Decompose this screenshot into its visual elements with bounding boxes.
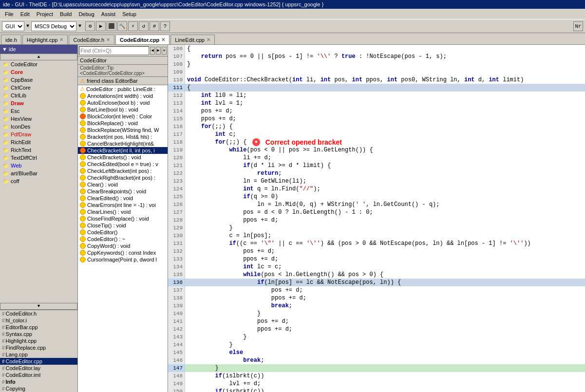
file-item-copying[interactable]: # Copying — [0, 385, 77, 392]
line-num-124: 124 — [168, 185, 185, 193]
sidebar-item-draw[interactable]: 📁 Draw — [0, 99, 77, 107]
debug-select[interactable]: MSC9 Debug — [31, 21, 76, 31]
tab-codeeditor-h[interactable]: CodeEditor.h ✕ — [69, 35, 114, 44]
tab-close-codeeditor-cpp[interactable]: ✕ — [161, 37, 165, 42]
file-item-codeeditor-h[interactable]: # CodeEditor.h — [0, 310, 77, 317]
file-item-codeeditor-cpp[interactable]: # CodeEditor.cpp — [0, 358, 77, 365]
sidebar-item-cppbase[interactable]: 📁 CppBase — [0, 76, 77, 84]
outline-item-clearerrors[interactable]: ClearErrors(int line = -1) : voi — [78, 202, 168, 208]
folder-icon: 📁 — [2, 178, 10, 185]
file-item-syntax[interactable]: # Syntax.cpp — [0, 331, 77, 337]
tab-close-codeeditor-h[interactable]: ✕ — [106, 37, 110, 42]
sidebar-item-esc[interactable]: 📁 Esc — [0, 107, 77, 115]
gui-select[interactable]: GUI — [2, 21, 24, 31]
outline-item-checkedited[interactable]: CheckEdited(bool e = true) : v — [78, 161, 168, 168]
sidebar-item-pdfdraw[interactable]: 📁 PdfDraw — [0, 131, 77, 138]
outline-item-checkrightbracket[interactable]: CheckRightBracket(int pos) : — [78, 174, 168, 181]
tab-codeeditor-cpp[interactable]: CodeEditor.cpp ✕ — [115, 35, 170, 44]
outline-item-cursorimage[interactable]: CursorImage(Point p, dword l — [78, 256, 168, 263]
code-line-116: for(;;) { — [185, 123, 585, 131]
file-item-hl-color[interactable]: # hl_color.i — [0, 317, 77, 324]
outline-item-clearlines[interactable]: ClearLines() : void — [78, 208, 168, 215]
sidebar-scroll-down[interactable]: ▼ — [0, 303, 77, 310]
outline-item-blockreplace1[interactable]: BlockReplace() : void — [78, 120, 168, 127]
outline-item-codeeditor-ctor[interactable]: CodeEditor() — [78, 229, 168, 236]
tab-lineedit-cpp[interactable]: LineEdit.cpp ✕ — [170, 35, 215, 44]
outline-item-closetip[interactable]: CloseTip() : void — [78, 222, 168, 229]
search-close-btn[interactable]: ✕ — [162, 47, 167, 55]
sidebar-item-richtext[interactable]: 📁 RichText — [0, 146, 77, 154]
search-prev-btn[interactable]: ◀ — [150, 47, 155, 55]
sidebar-item-codeeditor[interactable]: 📁 CodeEditor — [0, 60, 77, 68]
sidebar-item-coff[interactable]: 📁 coff — [0, 177, 77, 185]
line-num-118: 118 — [168, 138, 185, 146]
outline-item-codeeditor-class[interactable]: ⚠ CodeEditor : public LineEdit : — [78, 85, 168, 93]
outline-item-clear[interactable]: Clear() : void — [78, 181, 168, 188]
file-item-findreplace[interactable]: # FindReplace.cpp — [0, 344, 77, 351]
toolbar-btn-3[interactable]: ⬛ — [107, 21, 116, 31]
file-item-editorbar[interactable]: # EditorBar.cpp — [0, 324, 77, 331]
sidebar-item-hexview[interactable]: 📁 HexView — [0, 115, 77, 123]
tab-close-highlight[interactable]: ✕ — [59, 37, 63, 42]
outline-item-blockcolor[interactable]: BlockColor(int level) : Color — [78, 113, 168, 120]
sidebar-item-ctrlcore[interactable]: 📁 CtrlCore — [0, 84, 77, 92]
file-item-info[interactable]: # Info — [0, 378, 77, 385]
outline-item-barline[interactable]: BarLine(bool b) : void — [78, 106, 168, 113]
search-input[interactable] — [79, 46, 149, 55]
code-area[interactable]: { return pos == 0 || s[pos - 1] != '\\' … — [185, 45, 585, 392]
toolbar-btn-8[interactable]: ? — [160, 21, 170, 31]
outline-item-blockreplace2[interactable]: BlockReplace(WString find, W — [78, 127, 168, 133]
menu-build[interactable]: Build — [57, 10, 75, 18]
toolbar-btn-4[interactable]: 🔨 — [117, 21, 127, 31]
outline-item-codeeditor-dtor[interactable]: CodeEditor() : ~ — [78, 236, 168, 243]
menu-debug[interactable]: Debug — [75, 10, 97, 18]
sidebar-item-richedit[interactable]: 📁 RichEdit — [0, 138, 77, 146]
line-num-141: 141 — [168, 317, 185, 325]
outline-item-autoenclose[interactable]: AutoEnclose(bool b) : void — [78, 99, 168, 106]
outline-item-bracket[interactable]: Bracket(int pos, HIst& hls) : — [78, 133, 168, 140]
outline-item-cancelbracket[interactable]: CancelBracketHighlight(int& — [78, 140, 168, 147]
search-bar: ◀ ▶ ✕ — [78, 45, 168, 56]
outline-item-annotations[interactable]: Annotations(int width) : void — [78, 93, 168, 99]
menu-file[interactable]: File — [2, 10, 17, 18]
outline-item-checkbracket[interactable]: CheckBracket(int li, int pos, i — [78, 147, 168, 154]
sidebar-item-icondes[interactable]: 📁 IconDes — [0, 123, 77, 131]
sidebar-item-ctrllib[interactable]: 📁 CtrlLib — [0, 92, 77, 99]
toolbar-btn-2[interactable]: ▶ — [96, 21, 106, 31]
sidebar-item-textdiffctrl[interactable]: 📁 TextDiffCtrl — [0, 154, 77, 162]
outline-item-clearbreakpoints[interactable]: ClearBreakpoints() : void — [78, 188, 168, 195]
sidebar-item-web[interactable]: 📁 Web — [0, 162, 77, 169]
sidebar-item-core[interactable]: 📁 Core — [0, 68, 77, 76]
toolbar-btn-5[interactable]: ⚡ — [128, 21, 138, 31]
file-item-highlight[interactable]: # Highlight.cpp — [0, 337, 77, 344]
outline-item-cppkeywords[interactable]: CppKeywords() : const Index — [78, 249, 168, 256]
menu-assist[interactable]: Assist — [98, 10, 118, 18]
outline-item-copyword[interactable]: CopyWord() : void — [78, 243, 168, 249]
sidebar-scroll-up[interactable]: ▲ — [0, 54, 77, 60]
outline-item-checkleftbracket[interactable]: CheckLeftBracket(int pos) : — [78, 168, 168, 174]
toolbar-btn-7[interactable]: # — [150, 21, 159, 31]
tab-close-lineedit-cpp[interactable]: ✕ — [207, 37, 210, 42]
hash-icon: # — [2, 325, 5, 330]
outline-item-checkbrackets[interactable]: CheckBrackets() : void — [78, 154, 168, 161]
outline-item-closefindreplace[interactable]: CloseFindReplace() : void — [78, 215, 168, 222]
toolbar-btn-1[interactable]: ⚙ — [85, 21, 95, 31]
menu-project[interactable]: Project — [34, 10, 56, 18]
line-num-112: 112 — [168, 92, 185, 99]
code-line-142: ppos += d; — [185, 325, 585, 333]
search-next-btn[interactable]: ▶ — [156, 47, 161, 55]
file-item-lang[interactable]: # Lang.cpp — [0, 351, 77, 358]
menu-setup[interactable]: Setup — [119, 10, 139, 18]
line-num-138: 138 — [168, 294, 185, 302]
file-item-codeeditor-lay[interactable]: # CodeEditor.lay — [0, 365, 77, 372]
status-dot — [80, 127, 86, 133]
sidebar-tree: 📁 CodeEditor 📁 Core 📁 CppBase 📁 CtrlCore… — [0, 60, 77, 303]
tab-highlight-cpp[interactable]: Highlight.cpp ✕ — [22, 35, 68, 44]
toolbar-btn-6[interactable]: ↺ — [139, 21, 149, 31]
toolbar-btn-nr[interactable]: Nr — [573, 21, 583, 31]
tab-ide-h[interactable]: ide.h — [1, 35, 21, 44]
outline-item-clearedited[interactable]: ClearEdited() : void — [78, 195, 168, 202]
menu-edit[interactable]: Edit — [18, 10, 33, 18]
sidebar-item-artbluebar[interactable]: 📁 art/BlueBar — [0, 169, 77, 177]
file-item-codeeditor-iml[interactable]: # CodeEditor.iml — [0, 372, 77, 378]
